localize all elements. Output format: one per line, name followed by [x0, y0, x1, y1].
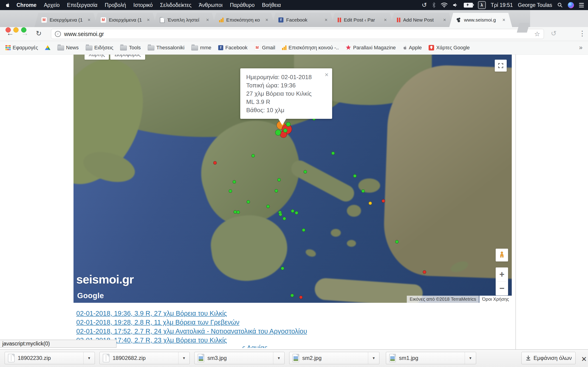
earthquake-marker[interactable]: [295, 211, 298, 215]
earthquake-marker[interactable]: [368, 202, 372, 205]
siri-icon[interactable]: [568, 2, 574, 8]
bookmark-gmail[interactable]: MGmail: [254, 45, 275, 51]
tab-close-icon[interactable]: ×: [502, 17, 505, 23]
earthquake-marker[interactable]: [275, 130, 281, 135]
bookmarks-overflow-icon[interactable]: »: [579, 44, 582, 51]
earthquake-marker[interactable]: [381, 199, 385, 203]
download-item[interactable]: sm2.jpg ▾: [289, 352, 380, 364]
menu-view[interactable]: Προβολή: [101, 2, 130, 8]
zoom-window-button[interactable]: [21, 27, 26, 33]
spotlight-search-icon[interactable]: [557, 2, 563, 8]
bookmark-drive[interactable]: [45, 45, 51, 50]
menu-people[interactable]: Άνθρωποι: [195, 2, 226, 8]
bluetooth-icon[interactable]: [432, 2, 436, 8]
earthquake-marker[interactable]: [353, 174, 356, 178]
menu-help[interactable]: Βοήθεια: [258, 2, 284, 8]
show-all-downloads-button[interactable]: Εμφάνιση όλων: [521, 352, 576, 364]
tab-close-icon[interactable]: ×: [443, 17, 446, 23]
download-item[interactable]: sm3.jpg ▾: [194, 352, 285, 364]
earthquake-marker[interactable]: [281, 267, 284, 270]
earthquake-link-2[interactable]: 02-01-2018, 19:28, 2.8 R, 11 χλμ Βόρεια …: [76, 319, 239, 326]
earthquake-marker[interactable]: [237, 211, 240, 214]
download-menu-caret-icon[interactable]: ▾: [84, 356, 95, 361]
menu-edit[interactable]: Επεξεργασία: [63, 2, 101, 8]
tab-gmail-1[interactable]: M Εισερχόμενα (1 ×: [35, 13, 97, 27]
info-window-close-icon[interactable]: ×: [325, 71, 329, 78]
chrome-menu-icon[interactable]: ⋮: [579, 29, 586, 37]
address-bar[interactable]: i www.seismoi.gr ☆: [51, 29, 544, 39]
download-menu-caret-icon[interactable]: ▾: [465, 356, 476, 361]
menubar-clock[interactable]: Τρί 19:51: [491, 2, 513, 8]
earthquake-marker[interactable]: [299, 296, 303, 299]
reload-button[interactable]: ↻: [36, 29, 42, 37]
earthquake-marker[interactable]: [283, 217, 286, 220]
tab-gmail-2[interactable]: M Εισερχόμενα (1 ×: [94, 13, 157, 27]
menu-file[interactable]: Αρχείο: [40, 2, 63, 8]
earthquake-marker[interactable]: [302, 228, 305, 232]
tab-article[interactable]: Ένοπλη ληστεί ×: [153, 13, 216, 27]
earthquake-marker[interactable]: [213, 161, 217, 165]
fullscreen-button[interactable]: [495, 60, 507, 72]
bookmark-folder-tools[interactable]: Tools: [120, 45, 141, 51]
zoom-in-button[interactable]: +: [496, 267, 508, 282]
bookmark-apple[interactable]: Apple: [403, 45, 422, 51]
page-info-icon[interactable]: i: [55, 31, 61, 37]
menubar-user[interactable]: George Toulas: [518, 2, 552, 8]
bookmark-google-maps[interactable]: Χάρτες Google: [429, 45, 470, 51]
earthquake-link-5-partial[interactable]: ς Λαμίας: [242, 344, 267, 348]
download-menu-caret-icon[interactable]: ▾: [368, 356, 379, 361]
time-machine-icon[interactable]: ↺: [422, 1, 427, 9]
terms-link[interactable]: Όροι Χρήσης: [479, 296, 512, 303]
download-item[interactable]: sm1.jpg ▾: [386, 352, 476, 364]
menubar-app-name[interactable]: Chrome: [13, 2, 40, 8]
earthquake-marker[interactable]: [275, 189, 278, 193]
bookmark-analytics[interactable]: Επισκόπηση κοινού -..: [282, 45, 339, 51]
earthquake-marker[interactable]: [229, 190, 232, 193]
bookmark-parallaxi[interactable]: Parallaxi Magazine: [346, 45, 396, 51]
bookmark-folder-eidiseis[interactable]: Ειδήσεις: [86, 45, 113, 51]
bookmark-folder-thessaloniki[interactable]: Thessaloniki: [148, 45, 184, 51]
minimize-window-button[interactable]: [13, 27, 19, 33]
tab-close-icon[interactable]: ×: [147, 17, 150, 23]
restore-history-icon[interactable]: ↺: [551, 29, 556, 37]
tab-facebook[interactable]: f Facebook ×: [271, 13, 334, 27]
earthquake-marker[interactable]: [251, 154, 255, 158]
earthquake-map[interactable]: Χάρτης Δορυφόρος Ημερομηνία: 02-01-2018 …: [73, 55, 512, 303]
earthquake-marker[interactable]: [291, 294, 294, 297]
bookmark-folder-mme[interactable]: mme: [191, 45, 211, 51]
earthquake-marker[interactable]: [331, 151, 335, 155]
earthquake-link-1[interactable]: 02-01-2018, 19:36, 3.9 R, 27 χλμ Βόρεια …: [76, 310, 227, 317]
download-menu-caret-icon[interactable]: ▾: [179, 356, 190, 361]
earthquake-marker[interactable]: [286, 122, 291, 127]
notification-center-icon[interactable]: [579, 3, 584, 7]
earthquake-marker[interactable]: [291, 209, 294, 213]
pegman-button[interactable]: [496, 249, 508, 261]
tab-analytics[interactable]: Επισκόπηση κο ×: [212, 13, 275, 27]
download-item[interactable]: 18902682.zip ▾: [99, 352, 190, 364]
map-type-map-button[interactable]: Χάρτης: [85, 55, 109, 60]
tab-close-icon[interactable]: ×: [87, 17, 90, 23]
zoom-out-button[interactable]: −: [496, 282, 508, 296]
download-menu-caret-icon[interactable]: ▾: [273, 356, 284, 361]
earthquake-marker[interactable]: [304, 170, 307, 173]
download-item[interactable]: 18902230.zip ▾: [5, 352, 95, 364]
tab-close-icon[interactable]: ×: [265, 17, 268, 23]
earthquake-marker[interactable]: [423, 270, 426, 274]
lambda-badge-icon[interactable]: λ: [478, 1, 486, 9]
earthquake-marker[interactable]: [279, 213, 282, 216]
earthquake-marker[interactable]: [395, 240, 399, 243]
menu-history[interactable]: Ιστορικό: [130, 2, 156, 8]
bookmark-folder-news[interactable]: News: [57, 45, 79, 51]
tab-close-icon[interactable]: ×: [325, 17, 328, 23]
earthquake-marker[interactable]: [277, 178, 281, 182]
bookmark-apps[interactable]: Εφαρμογές: [6, 45, 38, 51]
tab-edit-post[interactable]: Edit Post ‹ Par ×: [331, 13, 394, 27]
apple-menu-icon[interactable]: [5, 2, 10, 8]
wifi-icon[interactable]: [441, 2, 448, 8]
earthquake-marker[interactable]: [247, 200, 250, 203]
tab-close-icon[interactable]: ×: [384, 17, 387, 23]
menu-window[interactable]: Παράθυρο: [226, 2, 258, 8]
tab-close-icon[interactable]: ×: [206, 17, 209, 23]
tab-add-new-post[interactable]: Add New Post ×: [390, 13, 453, 27]
volume-icon[interactable]: [453, 2, 459, 8]
